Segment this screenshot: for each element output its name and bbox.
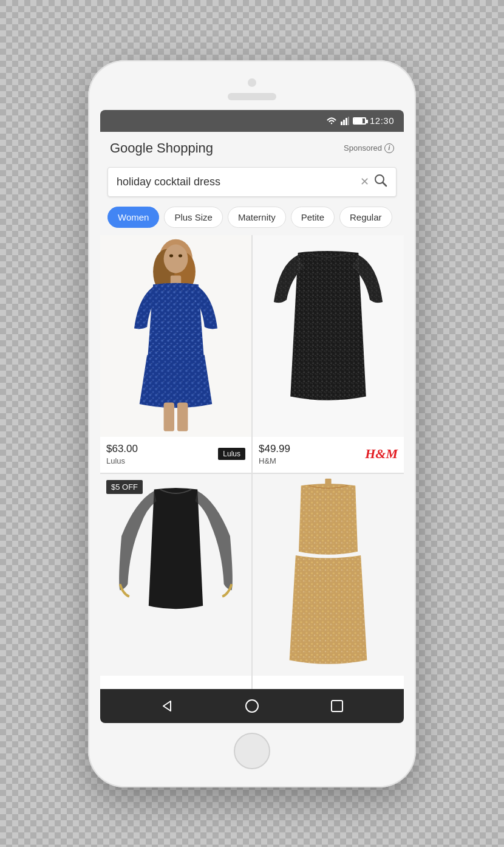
product-info-black	[100, 676, 251, 689]
phone-home-button[interactable]	[234, 733, 270, 769]
phone-screen: 12:30 Google Shopping Sponsored i holida…	[100, 110, 404, 723]
product-card-black[interactable]: $5 OFF	[100, 474, 251, 689]
search-query: holiday cocktail dress	[117, 176, 355, 188]
product-image-hm	[253, 235, 404, 437]
svg-rect-13	[177, 402, 188, 431]
filter-row: Women Plus Size Maternity Petite Regular	[100, 204, 404, 235]
product-seller-hm: H&M	[259, 456, 290, 465]
filter-chip-maternity[interactable]: Maternity	[228, 207, 286, 228]
home-button[interactable]	[243, 698, 261, 715]
signal-icon	[341, 117, 349, 125]
svg-point-16	[179, 254, 182, 257]
product-price-hm: $49.99	[259, 443, 290, 455]
bottom-nav	[100, 689, 404, 723]
status-bar: 12:30	[100, 110, 404, 132]
phone-shell: 12:30 Google Shopping Sponsored i holida…	[88, 60, 416, 787]
phone-speaker	[228, 93, 276, 100]
hm-logo: H&M	[365, 446, 398, 462]
product-info-hm: $49.99 H&M H&M	[253, 437, 404, 473]
lulus-logo: Lulus	[218, 448, 245, 460]
discount-badge: $5 OFF	[106, 480, 143, 494]
svg-rect-1	[343, 120, 345, 125]
search-icon[interactable]	[374, 174, 387, 190]
clear-icon[interactable]: ✕	[360, 175, 369, 188]
filter-chip-plus-size[interactable]: Plus Size	[164, 207, 223, 228]
filter-chip-regular[interactable]: Regular	[339, 207, 392, 228]
phone-camera	[248, 78, 256, 87]
app-header: Google Shopping Sponsored i	[100, 132, 404, 162]
status-time: 12:30	[370, 115, 394, 126]
product-card-hm[interactable]: $49.99 H&M H&M	[253, 235, 404, 473]
svg-rect-35	[332, 701, 342, 712]
svg-rect-2	[346, 118, 347, 125]
svg-rect-12	[164, 402, 174, 431]
filter-chip-women[interactable]: Women	[107, 207, 159, 228]
product-price-lulus: $63.00	[106, 443, 138, 455]
status-icons: 12:30	[326, 115, 394, 126]
product-card-gold[interactable]	[253, 474, 404, 689]
wifi-icon	[326, 117, 337, 125]
product-card-lulus[interactable]: $63.00 Lulus Lulus	[100, 235, 251, 473]
app-title: Google Shopping	[110, 140, 213, 156]
svg-point-14	[164, 244, 188, 273]
svg-point-15	[169, 254, 173, 257]
product-info-lulus: $63.00 Lulus Lulus	[100, 437, 251, 473]
recent-button[interactable]	[329, 698, 346, 715]
filter-chip-petite[interactable]: Petite	[291, 207, 335, 228]
sponsored-badge: Sponsored i	[344, 143, 394, 153]
svg-point-34	[246, 700, 258, 712]
product-image-lulus	[100, 235, 251, 437]
product-seller-lulus: Lulus	[106, 456, 138, 465]
info-icon[interactable]: i	[384, 143, 394, 153]
search-bar[interactable]: holiday cocktail dress ✕	[107, 167, 397, 197]
sponsored-label: Sponsored	[344, 143, 382, 153]
svg-rect-3	[348, 117, 349, 125]
products-grid: $63.00 Lulus Lulus	[100, 235, 404, 689]
product-image-black	[100, 474, 251, 676]
svg-rect-28	[325, 478, 331, 486]
battery-icon	[353, 117, 366, 125]
svg-marker-33	[163, 701, 171, 711]
svg-line-5	[383, 182, 387, 186]
product-image-gold	[253, 474, 404, 676]
search-container: holiday cocktail dress ✕	[100, 162, 404, 204]
back-button[interactable]	[158, 698, 175, 715]
svg-rect-0	[341, 122, 342, 125]
product-info-gold	[253, 676, 404, 689]
